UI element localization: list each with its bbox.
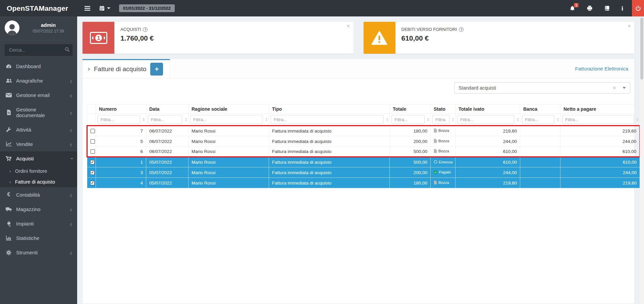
sidebar-item-gestione-email[interactable]: Gestione email ‹ bbox=[0, 88, 77, 102]
sidebar-item-anagrafiche[interactable]: Anagrafiche ‹ bbox=[0, 73, 77, 88]
column-header-data[interactable]: Data bbox=[146, 105, 189, 114]
scrollbar-thumb[interactable] bbox=[640, 17, 643, 80]
row-checkbox[interactable] bbox=[91, 139, 95, 144]
clear-selection-icon[interactable]: × bbox=[611, 85, 618, 91]
sidebar-item-gestione-documentale[interactable]: Gestione documentale ‹ bbox=[0, 102, 77, 122]
sidebar-item-vendite[interactable]: Vendite ‹ bbox=[0, 137, 77, 151]
sort-arrows-icon[interactable]: ▲▼ bbox=[557, 117, 559, 121]
cell-tipo[interactable]: Fattura immediata di acquisto bbox=[269, 147, 390, 157]
sidebar-item-fatture-di-acquisto[interactable]: › Fatture di acquisto bbox=[0, 176, 77, 187]
cell-banca[interactable] bbox=[520, 126, 560, 136]
cell-totale_ivato[interactable]: 244,00 bbox=[455, 167, 520, 178]
print-button[interactable] bbox=[587, 5, 593, 11]
cell-totale[interactable]: 180,00 bbox=[390, 126, 431, 136]
cell-ragione_sociale[interactable]: Mario Rossi bbox=[189, 157, 269, 167]
cell-netto_a_pagare[interactable]: 219,60 bbox=[560, 126, 640, 136]
column-header-banca[interactable]: Banca bbox=[520, 105, 560, 114]
plugin-select[interactable]: Standard acquisti × bbox=[454, 82, 630, 94]
sort-arrows-icon[interactable]: ▲▼ bbox=[452, 117, 454, 121]
logout-button[interactable] bbox=[632, 0, 644, 16]
sidebar-item-acquisti[interactable]: Acquisti ‹ bbox=[0, 151, 77, 166]
help-icon[interactable]: ? bbox=[143, 27, 148, 32]
fatturazione-elettronica-link[interactable]: Fatturazione Elettronica bbox=[575, 66, 628, 71]
cell-stato[interactable]: Bozza bbox=[431, 147, 455, 157]
column-header-tipo[interactable]: Tipo bbox=[269, 105, 390, 114]
sort-arrows-icon[interactable]: ▲▼ bbox=[185, 117, 187, 121]
column-header-stato[interactable]: Stato bbox=[431, 105, 455, 114]
cell-totale_ivato[interactable]: 219,60 bbox=[455, 178, 520, 188]
filter-input-totale_ivato[interactable] bbox=[457, 115, 514, 124]
search-submit-button[interactable] bbox=[65, 47, 70, 53]
cell-ragione_sociale[interactable]: Mario Rossi bbox=[189, 126, 269, 136]
table-row[interactable]: 506/07/2022Mario RossiFattura immediata … bbox=[87, 136, 640, 147]
cell-ragione_sociale[interactable]: Mario Rossi bbox=[189, 147, 269, 157]
cell-numero[interactable]: 1 bbox=[96, 157, 146, 167]
cell-tipo[interactable]: Fattura immediata di acquisto bbox=[269, 157, 390, 167]
sidebar-item-strumenti[interactable]: Strumenti ‹ bbox=[0, 245, 77, 260]
cell-data[interactable]: 06/07/2022 bbox=[146, 126, 189, 136]
cell-tipo[interactable]: Fattura immediata di acquisto bbox=[269, 178, 390, 188]
cell-numero[interactable]: 3 bbox=[96, 167, 146, 178]
sort-arrows-icon[interactable]: ▲▼ bbox=[143, 117, 145, 121]
sidebar-item-statistiche[interactable]: Statistiche bbox=[0, 231, 77, 245]
sort-arrows-icon[interactable]: ▲▼ bbox=[265, 117, 268, 121]
cell-tipo[interactable]: Fattura immediata di acquisto bbox=[269, 136, 390, 147]
sidebar-item-attivita[interactable]: Attività ‹ bbox=[0, 122, 77, 137]
cell-stato[interactable]: Bozza bbox=[431, 126, 455, 136]
filter-input-numero[interactable] bbox=[98, 115, 140, 124]
cell-totale_ivato[interactable]: 244,00 bbox=[455, 136, 520, 147]
row-checkbox[interactable]: ✓ bbox=[90, 160, 95, 164]
filter-input-netto_a_pagare[interactable] bbox=[562, 115, 634, 124]
column-header-ragione_sociale[interactable]: Ragione sociale bbox=[189, 105, 269, 114]
cell-banca[interactable] bbox=[520, 136, 560, 147]
close-icon[interactable]: × bbox=[628, 23, 631, 29]
sort-arrows-icon[interactable]: ▲▼ bbox=[517, 117, 519, 121]
table-row[interactable]: ✓105/07/2022Mario RossiFattura immediata… bbox=[87, 157, 640, 167]
cell-ragione_sociale[interactable]: Mario Rossi bbox=[189, 167, 269, 178]
cell-totale[interactable]: 180,00 bbox=[390, 178, 431, 188]
avatar[interactable] bbox=[5, 20, 19, 35]
cell-numero[interactable]: 6 bbox=[96, 147, 146, 157]
cell-totale[interactable]: 200,00 bbox=[390, 136, 431, 147]
sidebar-toggle-button[interactable] bbox=[85, 6, 90, 11]
column-header-netto_a_pagare[interactable]: Netto a pagare bbox=[560, 105, 640, 114]
cell-totale[interactable]: 500,00 bbox=[390, 147, 431, 157]
table-row[interactable]: 606/07/2022Mario RossiFattura immediata … bbox=[87, 147, 640, 157]
cell-banca[interactable] bbox=[520, 147, 560, 157]
cell-banca[interactable] bbox=[520, 167, 560, 178]
filter-input-stato[interactable] bbox=[432, 115, 449, 124]
sort-arrows-icon[interactable]: ▲▼ bbox=[427, 117, 429, 121]
notifications-button[interactable]: 1 bbox=[570, 5, 575, 11]
search-input[interactable] bbox=[5, 44, 72, 56]
cell-ragione_sociale[interactable]: Mario Rossi bbox=[189, 136, 269, 147]
sort-arrows-icon[interactable]: ▲▼ bbox=[386, 117, 388, 121]
row-checkbox[interactable]: ✓ bbox=[90, 181, 95, 185]
cell-totale[interactable]: 200,00 bbox=[390, 167, 431, 178]
column-header-numero[interactable]: Numero bbox=[96, 105, 146, 114]
cell-totale_ivato[interactable]: 219,60 bbox=[455, 126, 520, 136]
cell-tipo[interactable]: Fattura immediata di acquisto bbox=[269, 167, 390, 178]
sidebar-item-magazzino[interactable]: Magazzino ‹ bbox=[0, 202, 77, 216]
cell-stato[interactable]: Bozza bbox=[431, 178, 455, 188]
docs-button[interactable] bbox=[604, 5, 610, 11]
cell-banca[interactable] bbox=[520, 178, 560, 188]
vertical-scrollbar[interactable] bbox=[640, 16, 644, 304]
column-header-totale[interactable]: Totale bbox=[390, 105, 431, 114]
cell-data[interactable]: 05/07/2022 bbox=[146, 167, 189, 178]
cell-tipo[interactable]: Fattura immediata di acquisto bbox=[269, 126, 390, 136]
row-checkbox[interactable] bbox=[91, 149, 95, 154]
filter-input-banca[interactable] bbox=[522, 115, 554, 124]
table-row[interactable]: 706/07/2022Mario RossiFattura immediata … bbox=[87, 126, 640, 136]
cell-netto_a_pagare[interactable]: 244,00 bbox=[560, 167, 640, 178]
filter-input-totale[interactable] bbox=[391, 115, 425, 124]
cell-netto_a_pagare[interactable]: 244,00 bbox=[560, 136, 640, 147]
cell-stato[interactable]: Pagato bbox=[431, 167, 455, 178]
table-row[interactable]: ✓305/07/2022Mario RossiFattura immediata… bbox=[87, 167, 640, 178]
date-range-badge[interactable]: 01/01/2022 - 31/12/2022 bbox=[119, 4, 175, 12]
column-header-totale_ivato[interactable]: Totale ivato bbox=[455, 105, 520, 114]
table-row[interactable]: ✓405/07/2022Mario RossiFattura immediata… bbox=[87, 178, 640, 188]
sidebar-item-dashboard[interactable]: Dashboard bbox=[0, 59, 77, 73]
cell-stato[interactable]: Bozza bbox=[431, 136, 455, 147]
cell-data[interactable]: 06/07/2022 bbox=[146, 136, 189, 147]
row-checkbox[interactable] bbox=[91, 129, 95, 133]
